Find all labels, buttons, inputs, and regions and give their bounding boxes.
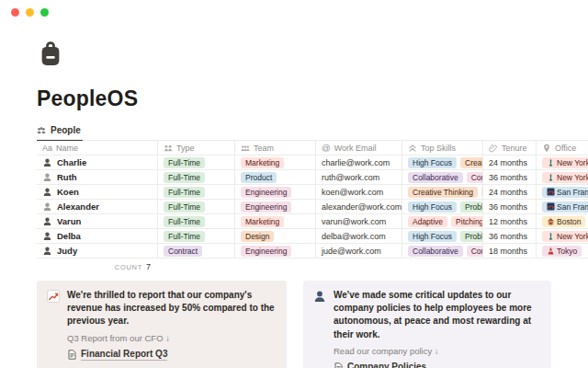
statue-of-liberty-icon <box>547 173 555 181</box>
maximize-button[interactable] <box>40 8 49 17</box>
type-cell[interactable]: Full-Time <box>158 185 235 199</box>
team-cell[interactable]: Engineering <box>235 200 316 213</box>
table-row[interactable]: Ruth Full-Time Product ruth@work.com Col… <box>37 170 588 185</box>
name-cell[interactable]: Judy <box>37 244 158 258</box>
office-cell[interactable]: Tokyo <box>537 244 588 258</box>
tenure-cell[interactable]: 18 months <box>483 244 537 258</box>
office-tag: San Francisco <box>542 187 588 198</box>
column-header-team[interactable]: Team <box>235 141 316 155</box>
table-row[interactable]: Varun Full-Time Marketing varun@work.com… <box>37 214 588 229</box>
email-cell[interactable]: koen@work.com <box>316 185 402 199</box>
skill-tag: Adaptive <box>408 216 447 227</box>
tab-people[interactable]: People <box>37 123 83 141</box>
team-cell[interactable]: Engineering <box>235 185 316 199</box>
email-property-icon: @ <box>322 143 331 153</box>
tenure-cell[interactable]: 36 months <box>483 200 537 213</box>
team-tag: Engineering <box>241 246 291 257</box>
page-link-company-policies[interactable]: Company Policies <box>334 362 426 368</box>
column-header-type[interactable]: Type <box>158 141 235 155</box>
avatar <box>42 216 52 226</box>
team-cell[interactable]: Design <box>235 229 316 243</box>
page-link-financial-report[interactable]: Financial Report Q3 <box>67 349 167 362</box>
type-tag: Full-Time <box>164 216 205 227</box>
table-row[interactable]: Delba Full-Time Design delba@work.com Hi… <box>37 229 588 244</box>
people-icon <box>37 126 46 135</box>
statue-of-liberty-icon <box>547 232 555 240</box>
view-tabbar: People <box>37 123 588 141</box>
skills-cell[interactable]: High Focus Creative Thinking <box>402 155 483 169</box>
avatar <box>42 187 52 197</box>
team-cell[interactable]: Engineering <box>235 244 316 258</box>
name-cell[interactable]: Delba <box>37 229 158 243</box>
close-button[interactable] <box>11 8 19 17</box>
skills-cell[interactable]: High Focus Problem Solving <box>402 200 483 213</box>
skill-tag: Collaborative <box>408 172 463 183</box>
skill-tag: Communication <box>467 246 483 257</box>
office-cell[interactable]: New York <box>537 229 588 243</box>
type-cell[interactable]: Full-Time <box>158 214 235 228</box>
type-cell[interactable]: Contract <box>158 244 235 258</box>
email-cell[interactable]: varun@work.com <box>316 214 402 228</box>
table-row[interactable]: Judy Contract Engineering jude@work.com … <box>37 244 588 259</box>
column-header-tenure[interactable]: Tenure <box>483 141 537 155</box>
traffic-lights <box>11 8 49 17</box>
callout-subtext: Read our company policy ↓ <box>334 346 541 356</box>
people-icon <box>241 144 250 153</box>
email-cell[interactable]: charlie@work.com <box>316 155 402 169</box>
skills-cell[interactable]: Creative Thinking Communication <box>402 185 483 199</box>
tenure-cell[interactable]: 36 months <box>483 170 537 184</box>
avatar <box>42 201 52 212</box>
name-cell[interactable]: Alexander <box>37 200 158 213</box>
office-cell[interactable]: Boston <box>537 214 588 228</box>
skills-cell[interactable]: Collaborative Communication <box>402 170 483 184</box>
column-header-name[interactable]: Aa Name <box>37 141 158 155</box>
skill-tag: High Focus <box>408 231 457 242</box>
email-cell[interactable]: delba@work.com <box>316 229 402 243</box>
name-cell[interactable]: Charlie <box>37 155 158 169</box>
skills-cell[interactable]: High Focus Problem Solving <box>402 229 483 243</box>
backpack-icon[interactable] <box>37 40 64 68</box>
table-row[interactable]: Koen Full-Time Engineering koen@work.com… <box>37 185 588 200</box>
team-cell[interactable]: Marketing <box>235 155 316 169</box>
skills-cell[interactable]: Adaptive Pitching Contrarian <box>402 214 483 228</box>
name-cell[interactable]: Varun <box>37 214 158 228</box>
email-cell[interactable]: jude@work.com <box>316 244 402 258</box>
type-tag: Contract <box>164 246 202 257</box>
email-cell[interactable]: ruth@work.com <box>316 170 402 184</box>
office-tag: Tokyo <box>542 246 582 257</box>
table-row[interactable]: Charlie Full-Time Marketing charlie@work… <box>37 155 588 170</box>
tenure-cell[interactable]: 24 months <box>483 185 537 199</box>
tenure-cell[interactable]: 12 months <box>483 214 537 228</box>
skill-tag: Collaborative <box>408 246 463 257</box>
name-cell[interactable]: Koen <box>37 185 158 199</box>
callout-policy: We've made some critical updates to our … <box>303 281 551 368</box>
table-header-row: Aa Name Type Team @ Work Email Top Skill… <box>37 141 588 155</box>
tenure-cell[interactable]: 24 months <box>483 155 537 169</box>
skill-tag: Problem Solving <box>460 201 483 213</box>
team-cell[interactable]: Marketing <box>235 214 316 228</box>
office-cell[interactable]: New York <box>537 170 588 184</box>
office-cell[interactable]: San Francisco <box>537 200 588 213</box>
type-cell[interactable]: Full-Time <box>158 170 235 184</box>
callout-text: We're thrilled to report that our compan… <box>67 289 277 328</box>
email-cell[interactable]: alexander@work.com <box>316 200 402 213</box>
table-row[interactable]: Alexander Full-Time Engineering alexande… <box>37 200 588 214</box>
table-count[interactable]: COUNT 7 <box>37 259 158 272</box>
column-header-top-skills[interactable]: Top Skills <box>402 141 483 155</box>
type-cell[interactable]: Full-Time <box>158 200 235 213</box>
name-cell[interactable]: Ruth <box>37 170 158 184</box>
office-cell[interactable]: San Francisco <box>537 185 588 199</box>
chart-increasing-icon <box>47 290 60 303</box>
skill-tag: High Focus <box>408 157 457 168</box>
minimize-button[interactable] <box>26 8 34 17</box>
column-header-office[interactable]: Office <box>537 141 588 155</box>
office-tag: New York <box>542 231 588 242</box>
type-cell[interactable]: Full-Time <box>158 155 235 169</box>
type-cell[interactable]: Full-Time <box>158 229 235 243</box>
tenure-cell[interactable]: 36 months <box>483 229 537 243</box>
skills-cell[interactable]: Collaborative Communication <box>402 244 483 258</box>
column-header-work-email[interactable]: @ Work Email <box>316 141 402 155</box>
office-cell[interactable]: New York <box>537 155 588 169</box>
type-tag: Full-Time <box>164 187 205 198</box>
team-cell[interactable]: Product <box>235 170 316 184</box>
